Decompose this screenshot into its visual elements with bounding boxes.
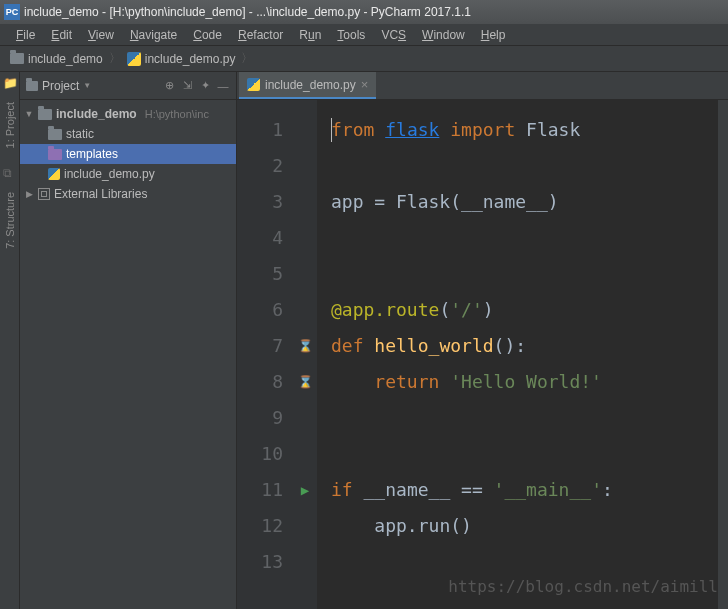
caret [331, 118, 332, 142]
editor-scrollbar[interactable] [718, 100, 728, 609]
watermark: https://blog.csdn.net/aimill [448, 569, 718, 605]
library-icon [38, 188, 50, 200]
project-header: Project ▼ ⊕ ⇲ ✦ — [20, 72, 236, 100]
breadcrumb: include_demo 〉 include_demo.py 〉 [0, 46, 728, 72]
gear-icon[interactable]: ✦ [198, 79, 212, 93]
chevron-right-icon: 〉 [241, 50, 253, 67]
line-number: 6 [237, 292, 283, 328]
tool-tab-structure[interactable]: 7: Structure [2, 184, 18, 257]
menu-vcs[interactable]: VCS [373, 26, 414, 44]
project-tree[interactable]: ▼ include_demo H:\python\inc static temp… [20, 100, 236, 208]
editor-tab[interactable]: include_demo.py × [239, 72, 376, 99]
tree-row-file[interactable]: include_demo.py [20, 164, 236, 184]
tree-label: templates [66, 147, 118, 161]
breadcrumb-label: include_demo.py [145, 52, 236, 66]
chevron-right-icon: 〉 [109, 50, 121, 67]
tree-row-templates[interactable]: templates [20, 144, 236, 164]
main-area: 📁 1: Project ⧉ 7: Structure Project ▼ ⊕ … [0, 72, 728, 609]
app-icon: PC [4, 4, 20, 20]
line-number: 12 [237, 508, 283, 544]
python-icon [127, 52, 141, 66]
window-title: include_demo - [H:\python\include_demo] … [24, 5, 471, 19]
line-number: 8 [237, 364, 283, 400]
line-number: 7 [237, 328, 283, 364]
window-titlebar: PC include_demo - [H:\python\include_dem… [0, 0, 728, 24]
line-number: 10 [237, 436, 283, 472]
menu-window[interactable]: Window [414, 26, 473, 44]
line-number: 3 [237, 184, 283, 220]
menu-refactor[interactable]: Refactor [230, 26, 291, 44]
tool-window-stripe-left: 📁 1: Project ⧉ 7: Structure [0, 72, 20, 609]
line-number: 1 [237, 112, 283, 148]
tool-tab-project[interactable]: 1: Project [2, 94, 18, 156]
tree-label: include_demo [56, 107, 137, 121]
folder-icon [26, 81, 38, 91]
breadcrumb-item[interactable]: include_demo [6, 52, 107, 66]
tree-row-static[interactable]: static [20, 124, 236, 144]
chevron-down-icon: ▼ [83, 81, 91, 90]
breadcrumb-label: include_demo [28, 52, 103, 66]
menu-file[interactable]: File [8, 26, 43, 44]
menu-code[interactable]: Code [185, 26, 230, 44]
tree-label: static [66, 127, 94, 141]
folder-icon [48, 129, 62, 140]
folder-icon [38, 109, 52, 120]
menu-tools[interactable]: Tools [329, 26, 373, 44]
tree-label: External Libraries [54, 187, 147, 201]
line-number: 4 [237, 220, 283, 256]
collapse-icon[interactable]: ⌛ [293, 364, 317, 400]
collapse-icon[interactable]: ⌛ [293, 328, 317, 364]
menu-help[interactable]: Help [473, 26, 514, 44]
run-gutter-icon[interactable]: ▶ [293, 472, 317, 508]
breadcrumb-item[interactable]: include_demo.py [123, 52, 240, 66]
tree-label: include_demo.py [64, 167, 155, 181]
line-number: 2 [237, 148, 283, 184]
folder-icon [48, 149, 62, 160]
folder-icon [10, 53, 24, 64]
project-tool-window: Project ▼ ⊕ ⇲ ✦ — ▼ include_demo H:\pyth… [20, 72, 237, 609]
code-area[interactable]: from flask import Flask app = Flask(__na… [317, 100, 728, 609]
python-icon [247, 78, 260, 91]
project-title: Project [42, 79, 79, 93]
line-number: 5 [237, 256, 283, 292]
tree-row-external-libraries[interactable]: ▶ External Libraries [20, 184, 236, 204]
menu-navigate[interactable]: Navigate [122, 26, 185, 44]
menu-run[interactable]: Run [291, 26, 329, 44]
python-icon [48, 168, 60, 180]
tree-toggle-icon[interactable]: ▶ [24, 189, 34, 199]
tree-row-project-root[interactable]: ▼ include_demo H:\python\inc [20, 104, 236, 124]
editor-area: include_demo.py × 1 2 3 4 5 6 7 8 9 10 1… [237, 72, 728, 609]
line-number: 13 [237, 544, 283, 580]
line-number: 11 [237, 472, 283, 508]
main-menubar: File Edit View Navigate Code Refactor Ru… [0, 24, 728, 46]
collapse-all-icon[interactable]: ⇲ [180, 79, 194, 93]
project-view-selector[interactable]: Project ▼ [26, 79, 158, 93]
tree-path: H:\python\inc [145, 108, 209, 120]
project-stripe-icon: 📁 [3, 76, 17, 90]
scroll-from-source-icon[interactable]: ⊕ [162, 79, 176, 93]
menu-edit[interactable]: Edit [43, 26, 80, 44]
editor-tab-label: include_demo.py [265, 78, 356, 92]
editor-body[interactable]: 1 2 3 4 5 6 7 8 9 10 11 12 13 ⌛ ⌛ ▶ [237, 100, 728, 609]
tree-toggle-icon[interactable]: ▼ [24, 109, 34, 119]
structure-stripe-icon: ⧉ [3, 166, 17, 180]
line-number-gutter: 1 2 3 4 5 6 7 8 9 10 11 12 13 [237, 100, 293, 609]
menu-view[interactable]: View [80, 26, 122, 44]
close-icon[interactable]: × [361, 77, 369, 92]
line-number: 9 [237, 400, 283, 436]
editor-tabs: include_demo.py × [237, 72, 728, 100]
hide-icon[interactable]: — [216, 79, 230, 93]
gutter-marks: ⌛ ⌛ ▶ [293, 100, 317, 609]
